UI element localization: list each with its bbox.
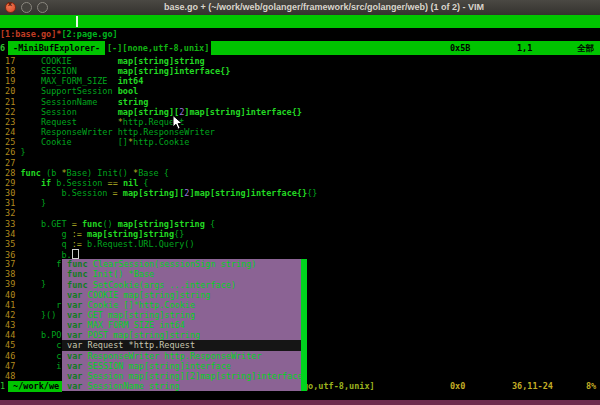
close-window-icon[interactable]: [5, 2, 16, 13]
code-line: 22 Session map[string][2]map[string]inte…: [0, 107, 600, 117]
code-segment: Cookie []: [20, 137, 127, 147]
statusline-file-path: ~/work/we: [8, 381, 62, 392]
code-segment: map[string]string: [87, 229, 174, 239]
code-segment: bool: [118, 86, 138, 96]
code-segment: b.Session: [20, 188, 112, 198]
completion-item[interactable]: var MAX_FORM_SIZE int64: [62, 320, 301, 330]
completion-item[interactable]: var GET map[string]string: [62, 310, 301, 320]
buffer-tab[interactable]: [1:base.go]*: [0, 29, 61, 39]
code-line: 26 }: [0, 147, 600, 157]
window-titlebar: base.go + (~/work/web/golanger/framework…: [0, 0, 600, 16]
code-segment: http.Cookie: [133, 137, 189, 147]
completion-item-kind: var: [62, 371, 82, 381]
line-number: 48: [0, 371, 20, 381]
line-number: 29: [0, 178, 20, 188]
code-segment: c: [20, 340, 61, 350]
code-segment: MAX_FORM_SIZE: [20, 76, 117, 86]
code-segment: func: [20, 168, 40, 178]
line-number: 32: [0, 208, 20, 218]
code-segment: map[string][: [118, 107, 179, 117]
code-segment: q: [20, 239, 71, 249]
code-segment: map[string]string: [118, 219, 205, 229]
mbe-buffer-flags: [-][none,utf-8,unix]: [105, 41, 211, 55]
completion-item-kind: var: [62, 351, 82, 361]
completion-item[interactable]: func SetCookie(args ...interface): [62, 280, 301, 290]
code-segment: b.Session: [51, 178, 107, 188]
maximize-window-icon[interactable]: [37, 2, 48, 13]
line-number: 22: [0, 107, 20, 117]
code-line: 28 func (b *Base) Init() *Base {: [0, 168, 600, 178]
completion-item-label: POST map[string]string: [82, 330, 200, 340]
completion-item[interactable]: var SessionName string: [62, 381, 301, 391]
completion-item[interactable]: var SESSION map[string]interface: [62, 361, 301, 371]
code-line: 32: [0, 208, 600, 218]
bottom-edge-bar: [0, 400, 600, 405]
code-segment: func: [82, 219, 102, 229]
code-segment: f: [20, 259, 61, 269]
completion-item[interactable]: var Session map[string][2]map[string]int…: [62, 371, 301, 381]
code-segment: string: [118, 97, 149, 107]
code-segment: Base {: [138, 168, 169, 178]
code-segment: }: [20, 279, 46, 289]
line-number: 31: [0, 198, 20, 208]
completion-items: func ClearSession(sessionSign string) fu…: [62, 259, 307, 391]
statusline-cursor-position: 36,11-24: [512, 381, 553, 392]
completion-item[interactable]: var Request *http.Request: [62, 340, 301, 350]
code-line: 29 if b.Session == nil {: [0, 178, 600, 188]
mbe-scroll-position: 全部: [577, 41, 594, 55]
completion-item-label: SESSION map[string]interface: [82, 361, 230, 371]
window-title: base.go + (~/work/web/golanger/framework…: [48, 2, 600, 12]
completion-item[interactable]: var ResponseWriter http.ResponseWriter: [62, 351, 301, 361]
code-segment: Base) Init(): [67, 168, 134, 178]
statusline-fileformat: go,utf-8,unix]: [303, 381, 375, 392]
code-segment: map[string]interface{}: [118, 66, 231, 76]
line-number: 23: [0, 117, 20, 127]
mbe-title: -MiniBufExplorer-: [8, 41, 105, 55]
line-number: 45: [0, 340, 20, 350]
completion-item-kind: var: [62, 310, 82, 320]
vim-terminal-window: base.go + (~/work/web/golanger/framework…: [0, 0, 600, 405]
completion-item-label: MAX_FORM_SIZE int64: [82, 320, 184, 330]
code-segment: :=: [72, 229, 82, 239]
completion-item[interactable]: var COOKIE map[string]string: [62, 290, 301, 300]
completion-item-label: ClearSession(sessionSign string): [88, 259, 257, 269]
line-number: 47: [0, 361, 20, 371]
code-segment: b.Request.URL.Query(): [82, 239, 195, 249]
completion-item-kind: func: [62, 269, 88, 279]
line-number: 36: [0, 250, 20, 259]
line-number: 46: [0, 351, 20, 361]
vim-tabline[interactable]: 2+ base.go: [0, 15, 600, 28]
completion-item[interactable]: func ClearSession(sessionSign string): [62, 259, 301, 269]
code-line: 35 q := b.Request.URL.Query(): [0, 239, 600, 249]
code-line: 27: [0, 158, 600, 168]
code-line: 34 g := map[string]string{}: [0, 229, 600, 239]
code-line: 25 Cookie []*http.Cookie: [0, 137, 600, 147]
line-number: 28: [0, 168, 20, 178]
code-line: 23 Request *http.Request: [0, 117, 600, 127]
completion-item-label: Session map[string][2]map[string]interfa…: [82, 371, 301, 381]
line-number: 34: [0, 229, 20, 239]
completion-item-kind: var: [62, 290, 82, 300]
line-number: 24: [0, 127, 20, 137]
popup-scrollbar[interactable]: [301, 259, 307, 391]
code-segment: i: [20, 361, 61, 371]
code-segment: map[string]string: [118, 56, 205, 66]
buffer-tab[interactable]: [2:page.go]: [61, 29, 117, 39]
mbe-hex-value: 0x5B: [450, 41, 470, 55]
completion-item[interactable]: var POST map[string]string: [62, 330, 301, 340]
code-segment: ==: [108, 178, 118, 188]
completion-item-kind: func: [62, 259, 88, 269]
completion-item[interactable]: var Cookie []*http.Cookie: [62, 300, 301, 310]
code-line: 18 SESSION map[string]interface{}: [0, 66, 600, 76]
code-segment: }(): [20, 310, 56, 320]
completion-item-kind: var: [62, 381, 82, 391]
code-segment: ]map[string]interface{}: [189, 188, 307, 198]
code-segment: map[string][: [123, 188, 184, 198]
completion-item[interactable]: func Init() *Base: [62, 269, 301, 279]
minimize-window-icon[interactable]: [21, 2, 32, 13]
code-segment: b.: [20, 250, 71, 259]
statusline-hex-value: 0x0: [450, 381, 465, 392]
code-segment: b.POS: [20, 330, 66, 340]
code-line: 24 ResponseWriter http.ResponseWriter: [0, 127, 600, 137]
line-number: 30: [0, 188, 20, 198]
